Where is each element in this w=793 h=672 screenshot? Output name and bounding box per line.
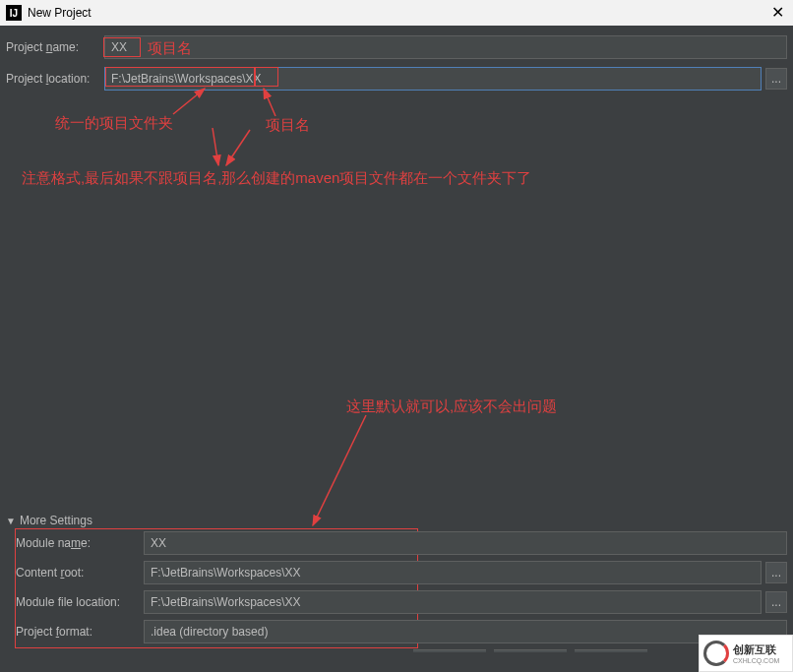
window-title: New Project [28, 6, 92, 20]
project-name-label: Project name: [6, 40, 104, 54]
project-format-label: Project format: [16, 625, 144, 639]
more-settings-toggle[interactable]: ▼ More Settings [6, 514, 92, 527]
close-icon[interactable]: ✕ [767, 3, 787, 23]
form-area: Project name: Project location: ... [0, 26, 793, 91]
module-name-label: Module name: [16, 536, 144, 550]
titlebar: IJ New Project ✕ [0, 0, 793, 26]
svg-line-1 [173, 89, 205, 114]
content-root-input[interactable] [144, 561, 762, 584]
module-name-input[interactable] [144, 531, 787, 555]
svg-line-4 [226, 130, 250, 165]
project-name-input[interactable] [104, 35, 787, 59]
svg-line-5 [313, 415, 366, 525]
dialog-buttons-cutoff [413, 649, 647, 669]
annotation-note-line: 注意格式,最后如果不跟项目名,那么创建的maven项目文件都在一个文件夹下了 [22, 169, 531, 188]
project-format-select[interactable] [144, 620, 787, 643]
svg-line-3 [213, 128, 218, 165]
more-settings-label: More Settings [20, 514, 92, 527]
browse-location-button[interactable]: ... [765, 68, 787, 90]
annotation-folder: 统一的项目文件夹 [55, 114, 173, 133]
project-name-row: Project name: [6, 35, 787, 59]
expand-icon: ▼ [6, 516, 16, 526]
annotation-suffix: 项目名 [266, 116, 310, 135]
watermark-line1: 创新互联 [733, 642, 779, 657]
browse-content-root-button[interactable]: ... [765, 562, 787, 583]
more-settings-panel: Module name: Content root: ... Module fi… [16, 531, 787, 649]
content-root-row: Content root: ... [16, 561, 787, 584]
watermark-logo: 创新互联 CXHLCQ.COM [699, 635, 793, 672]
project-location-input[interactable] [104, 67, 762, 91]
project-location-label: Project location: [6, 72, 104, 86]
project-format-row: Project format: [16, 620, 787, 643]
browse-module-file-button[interactable]: ... [765, 591, 787, 613]
annotation-default-note: 这里默认就可以,应该不会出问题 [346, 397, 557, 416]
module-file-location-label: Module file location: [16, 595, 144, 609]
module-file-location-row: Module file location: ... [16, 590, 787, 614]
module-file-location-input[interactable] [144, 590, 762, 614]
svg-line-2 [264, 89, 275, 116]
content-root-label: Content root: [16, 566, 144, 580]
app-icon: IJ [6, 5, 22, 21]
project-location-row: Project location: ... [6, 67, 787, 91]
module-name-row: Module name: [16, 531, 787, 555]
watermark-line2: CXHLCQ.COM [733, 657, 779, 664]
watermark-icon [703, 641, 729, 666]
